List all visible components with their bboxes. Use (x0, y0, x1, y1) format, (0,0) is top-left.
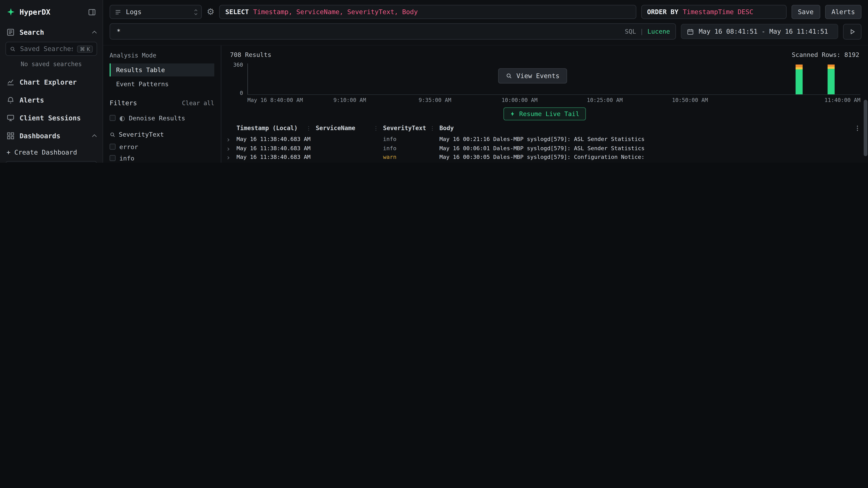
save-button[interactable]: Save (791, 5, 820, 19)
orderby-keyword: ORDER BY (647, 8, 678, 16)
clear-all-link[interactable]: Clear all (182, 100, 214, 107)
sidebar-item-dashboards[interactable]: Dashboards (0, 127, 102, 145)
no-saved-searches-text: No saved searches (0, 59, 102, 73)
app-root: HyperDX Search ⌘ K No saved searches Ch (0, 0, 868, 163)
search-icon (10, 46, 16, 52)
sidebar-collapse-icon[interactable] (88, 8, 96, 16)
checkbox[interactable] (110, 155, 116, 161)
log-row[interactable]: May 16 11:38:40.683 AM info May 16 00:06… (227, 143, 868, 152)
expand-chevron-icon[interactable] (227, 154, 237, 160)
settings-gear-icon[interactable]: ⚙ (207, 8, 214, 16)
lang-sql-option[interactable]: SQL (625, 28, 636, 35)
column-resize-handle[interactable]: ⋮ (306, 125, 311, 131)
select-clause-input[interactable]: SELECT Timestamp, ServiceName, SeverityT… (219, 5, 636, 19)
filter-option-error[interactable]: error (110, 141, 214, 152)
bar-segment-green (796, 69, 803, 94)
monitor-icon (6, 114, 14, 122)
table-menu-icon[interactable]: ⋮ (855, 125, 860, 132)
search-icon (110, 132, 116, 137)
cell-timestamp: May 16 11:38:40.683 AM (237, 144, 316, 151)
x-axis-tick: 9:35:00 AM (418, 97, 452, 103)
filters-header: Filters Clear all (110, 99, 214, 107)
sidebar-header: HyperDX (0, 0, 102, 23)
query-search-input[interactable] (116, 27, 620, 36)
histogram-bar[interactable] (796, 63, 803, 94)
denoise-row[interactable]: ◐ Denoise Results (110, 112, 214, 124)
saved-searches-box[interactable]: ⌘ K (5, 42, 97, 56)
sidebar-item-client-sessions[interactable]: Client Sessions (0, 109, 102, 127)
sidebar-item-alerts[interactable]: Alerts (0, 91, 102, 109)
search-row: SQL | Lucene May 16 08:41:51 - May 16 11… (110, 23, 862, 40)
column-header-body[interactable]: Body (439, 125, 855, 132)
order-by-input[interactable]: ORDER BY TimestampTime DESC (641, 5, 786, 19)
checkbox[interactable] (110, 144, 116, 150)
column-header-severitytext[interactable]: SeverityText ⋮ (383, 125, 439, 132)
run-query-button[interactable] (843, 24, 862, 39)
saved-dashboards-box[interactable]: ⌘ K (5, 161, 97, 163)
chevron-up-icon (92, 31, 97, 35)
sidebar-item-search[interactable]: Search (0, 23, 102, 41)
column-label: Timestamp (Local) (237, 125, 298, 132)
lang-lucene-option[interactable]: Lucene (647, 28, 670, 35)
cell-severitytext: info (383, 162, 439, 163)
filter-option-info[interactable]: info (110, 152, 214, 163)
create-dashboard-button[interactable]: + Create Dashboard (0, 145, 102, 160)
histogram-bar[interactable] (828, 63, 835, 94)
expand-chevron-icon[interactable] (227, 162, 237, 163)
language-toggle: SQL | Lucene (625, 28, 670, 35)
bar-segment-yellow (796, 67, 803, 69)
date-range-value: May 16 08:41:51 - May 16 11:41:51 (699, 28, 828, 35)
column-header-timestamp[interactable]: Timestamp (Local) ⋮ (237, 125, 316, 132)
hyperdx-logo-icon (6, 8, 15, 16)
date-range-picker[interactable]: May 16 08:41:51 - May 16 11:41:51 (681, 24, 838, 39)
x-axis-tick: 10:00:00 AM (502, 97, 538, 103)
query-row: Logs ⚙ SELECT Timestamp, ServiceName, Se… (110, 5, 862, 19)
client-sessions-label: Client Sessions (20, 114, 81, 122)
facet-name: SeverityText (119, 131, 164, 138)
bell-icon (6, 96, 14, 104)
view-events-label: View Events (517, 72, 559, 80)
sidebar-item-chart-explorer[interactable]: Chart Explorer (0, 73, 102, 91)
cell-body: ASL Module "com.apple.cdscheduler" claim… (439, 162, 868, 163)
cell-body: May 16 00:30:05 Dales-MBP syslogd[579]: … (439, 154, 868, 160)
alerts-button[interactable]: Alerts (825, 5, 862, 19)
mode-results-table[interactable]: Results Table (110, 63, 214, 76)
x-axis-tick: 9:10:00 AM (334, 97, 366, 103)
facet-severitytext: SeverityText (110, 131, 214, 138)
orderby-value: TimestampTime DESC (683, 8, 753, 16)
mode-event-patterns[interactable]: Event Patterns (110, 77, 214, 91)
filter-option-label: error (119, 143, 138, 151)
scrollbar-thumb[interactable] (864, 100, 867, 156)
log-row[interactable]: May 16 11:38:40.683 AM info ASL Module "… (227, 161, 868, 163)
bar-segment-green (828, 69, 835, 94)
expand-chevron-icon[interactable] (227, 144, 237, 151)
logs-source-icon (115, 8, 122, 15)
cell-severitytext: warn (383, 154, 439, 160)
column-header-servicename[interactable]: ServiceName ⋮ (316, 125, 383, 132)
cell-timestamp: May 16 11:38:40.683 AM (237, 162, 316, 163)
bar-segment-orange (796, 65, 803, 67)
shortcut-badge: ⌘ K (77, 45, 93, 53)
column-resize-handle[interactable]: ⋮ (373, 125, 379, 131)
results-count: 708 Results (230, 51, 272, 59)
resume-live-tail-button[interactable]: Resume Live Tail (503, 107, 586, 120)
denoise-checkbox[interactable] (110, 115, 116, 121)
cell-timestamp: May 16 11:38:40.683 AM (237, 154, 316, 160)
alerts-label: Alerts (20, 96, 44, 104)
column-resize-handle[interactable]: ⋮ (430, 125, 435, 131)
expand-chevron-icon[interactable] (227, 136, 237, 142)
view-events-button[interactable]: View Events (498, 68, 567, 84)
lightning-icon (510, 110, 515, 117)
saved-searches-input[interactable] (19, 44, 74, 53)
log-row[interactable]: May 16 11:38:40.683 AM info May 16 00:21… (227, 134, 868, 143)
source-select[interactable]: Logs (110, 5, 202, 19)
live-tail-row: Resume Live Tail (221, 104, 868, 123)
lang-divider: | (640, 28, 644, 35)
query-search-box[interactable]: SQL | Lucene (110, 23, 676, 40)
log-row[interactable]: May 16 11:38:40.683 AM warn May 16 00:30… (227, 152, 868, 161)
topbar: Logs ⚙ SELECT Timestamp, ServiceName, Se… (103, 0, 868, 45)
column-label: Body (439, 125, 454, 132)
x-axis: May 16 8:40:00 AM9:10:00 AM9:35:00 AM10:… (247, 97, 860, 104)
sql-keyword: SELECT (225, 8, 249, 16)
cell-severitytext: info (383, 144, 439, 151)
